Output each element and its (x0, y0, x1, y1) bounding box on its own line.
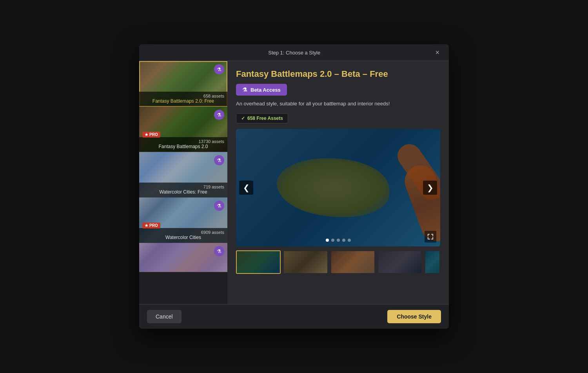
modal-footer: Cancel Choose Style (139, 304, 449, 329)
carousel-next-button[interactable]: ❯ (423, 181, 437, 195)
beta-access-label: Beta Access (250, 87, 281, 93)
item-name: Fantasy Battlemaps 2.0: Free (142, 98, 224, 104)
thumb-image-2 (284, 251, 327, 273)
thumbnail-5[interactable] (425, 250, 440, 274)
cancel-button[interactable]: Cancel (147, 310, 181, 323)
thumb-image-1 (237, 251, 280, 273)
thumbnail-1[interactable] (236, 250, 281, 274)
detail-title: Fantasy Battlemaps 2.0 – Beta – Free (236, 69, 440, 79)
modal-body: ⚗ 658 assets Fantasy Battlemaps 2.0: Fre… (139, 61, 449, 304)
style-list: ⚗ 658 assets Fantasy Battlemaps 2.0: Fre… (139, 61, 227, 304)
style-item-label: 658 assets Fantasy Battlemaps 2.0: Free (139, 92, 227, 106)
beta-icon: ⚗ (214, 246, 224, 256)
close-button[interactable]: × (434, 48, 441, 57)
choose-style-button[interactable]: Choose Style (387, 310, 441, 323)
detail-description: An overhead style, suitable for all your… (236, 100, 440, 107)
style-item-thumbnail (139, 243, 227, 272)
asset-count: 6909 assets (142, 230, 224, 235)
pro-badge: PRO (142, 223, 160, 228)
carousel-dot-1[interactable] (326, 239, 329, 242)
pro-badge: PRO (142, 132, 160, 138)
asset-count: 658 assets (142, 94, 224, 98)
carousel-dot-2[interactable] (331, 239, 334, 242)
style-detail: Fantasy Battlemaps 2.0 – Beta – Free ⚗ B… (227, 61, 449, 304)
carousel-dot-4[interactable] (342, 239, 345, 242)
free-assets-label: 658 Free Assets (247, 116, 283, 121)
modal: Step 1: Choose a Style × ⚗ 658 assets Fa… (139, 44, 449, 329)
beta-flask-icon: ⚗ (242, 87, 247, 93)
style-item-watercolor-free[interactable]: ⚗ 719 assets Watercolor Cities: Free (139, 152, 227, 197)
item-name: Watercolor Cities (142, 235, 224, 240)
carousel-dot-3[interactable] (337, 239, 340, 242)
thumb-image-5 (425, 251, 439, 273)
asset-count: 719 assets (142, 185, 224, 189)
thumb-image-3 (331, 251, 374, 273)
style-item-fantasy-free[interactable]: ⚗ 658 assets Fantasy Battlemaps 2.0: Fre… (139, 61, 227, 107)
style-item-watercolor-pro[interactable]: ⚗ 6909 assets Watercolor Cities PRO (139, 197, 227, 243)
thumbnail-2[interactable] (283, 250, 328, 274)
beta-icon: ⚗ (214, 64, 224, 74)
style-item-5[interactable]: ⚗ (139, 243, 227, 272)
carousel-dot-5[interactable] (348, 239, 351, 242)
beta-icon: ⚗ (214, 201, 224, 211)
style-item-fantasy-pro[interactable]: ⚗ 13730 assets Fantasy Battlemaps 2.0 PR… (139, 107, 227, 152)
beta-icon: ⚗ (214, 155, 224, 165)
thumbnail-4[interactable] (377, 250, 422, 274)
modal-header: Step 1: Choose a Style × (139, 44, 449, 61)
free-assets-tag: 658 Free Assets (236, 113, 288, 123)
modal-title: Step 1: Choose a Style (155, 50, 434, 56)
item-name: Watercolor Cities: Free (142, 189, 224, 195)
carousel-prev-button[interactable]: ❮ (239, 181, 253, 195)
item-name: Fantasy Battlemaps 2.0 (142, 144, 224, 149)
fullscreen-button[interactable] (425, 231, 436, 243)
asset-count: 13730 assets (142, 139, 224, 144)
beta-access-button[interactable]: ⚗ Beta Access (236, 84, 287, 96)
thumb-image-4 (378, 251, 421, 273)
style-item-label: 13730 assets Fantasy Battlemaps 2.0 (139, 137, 227, 152)
main-carousel: ❮ ❯ (236, 129, 440, 246)
carousel-dots (326, 239, 351, 242)
style-item-label: 719 assets Watercolor Cities: Free (139, 183, 227, 197)
style-item-label: 6909 assets Watercolor Cities (139, 228, 227, 243)
thumbnail-3[interactable] (330, 250, 375, 274)
beta-icon: ⚗ (214, 110, 224, 120)
thumbnail-row (236, 250, 440, 274)
